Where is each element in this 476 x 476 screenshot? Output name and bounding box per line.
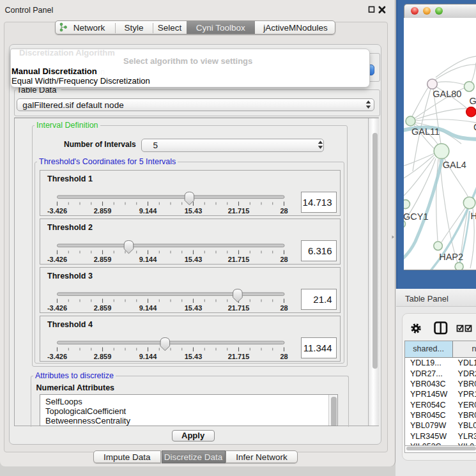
svg-text:15.43: 15.43 [185, 353, 203, 360]
svg-text:28: 28 [280, 256, 288, 263]
svg-text:-3.426: -3.426 [47, 256, 67, 263]
svg-text:15.43: 15.43 [185, 304, 203, 312]
svg-text:2.859: 2.859 [94, 353, 112, 360]
svg-text:9.144: 9.144 [139, 256, 157, 263]
svg-text:2.859: 2.859 [94, 207, 112, 215]
svg-text:9.144: 9.144 [139, 207, 157, 215]
svg-text:21.715: 21.715 [228, 304, 250, 312]
svg-text:15.43: 15.43 [185, 256, 203, 263]
svg-text:-3.426: -3.426 [47, 353, 67, 360]
svg-text:21.715: 21.715 [228, 353, 250, 360]
svg-text:21.715: 21.715 [228, 207, 250, 215]
svg-text:28: 28 [280, 207, 288, 215]
svg-text:-3.426: -3.426 [47, 207, 67, 215]
svg-text:2.859: 2.859 [94, 304, 112, 312]
svg-text:-3.426: -3.426 [47, 304, 67, 312]
svg-text:21.715: 21.715 [228, 256, 250, 263]
svg-text:2.859: 2.859 [94, 256, 112, 263]
svg-text:9.144: 9.144 [139, 353, 157, 360]
svg-text:28: 28 [280, 304, 288, 312]
svg-text:28: 28 [280, 353, 288, 360]
svg-text:15.43: 15.43 [185, 207, 203, 215]
svg-text:9.144: 9.144 [139, 304, 157, 312]
